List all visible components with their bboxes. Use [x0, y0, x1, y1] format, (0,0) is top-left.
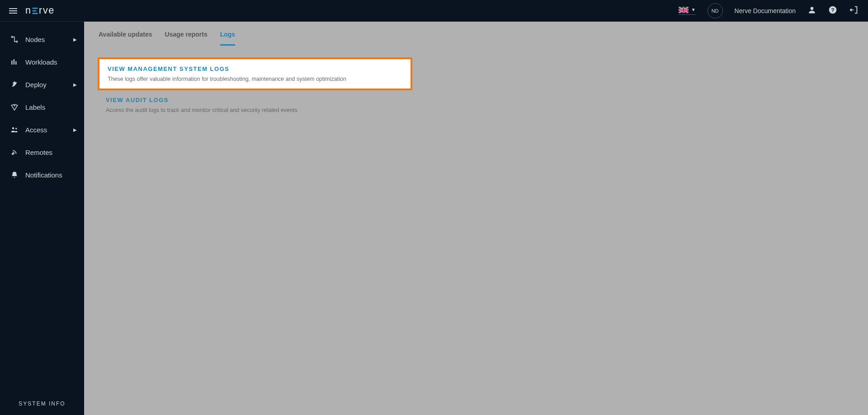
- tab-usage-reports[interactable]: Usage reports: [165, 31, 208, 46]
- access-icon: [10, 126, 19, 134]
- svg-point-17: [15, 128, 17, 129]
- log-card-description: Access the audit logs to track and monit…: [106, 107, 404, 113]
- chevron-down-icon: ▼: [691, 7, 696, 12]
- avatar[interactable]: ND: [708, 3, 723, 19]
- topbar: n rve ▼ ND Nerve Documentation: [0, 0, 868, 22]
- language-selector[interactable]: ▼: [679, 7, 696, 15]
- shell: Nodes ▶ Workloads Deploy: [0, 22, 868, 415]
- flag-uk-icon: [679, 7, 689, 13]
- sidebar-item-labels[interactable]: Labels: [0, 96, 84, 118]
- svg-rect-14: [15, 61, 16, 65]
- chevron-right-icon: ▶: [73, 82, 77, 87]
- svg-point-16: [12, 127, 14, 130]
- sidebar-item-label: Nodes: [25, 36, 45, 43]
- sidebar-item-deploy[interactable]: Deploy ▶: [0, 73, 84, 96]
- user-icon[interactable]: [807, 5, 816, 16]
- log-card-management-system[interactable]: VIEW MANAGEMENT SYSTEM LOGS These logs o…: [98, 57, 412, 90]
- brand-logo[interactable]: n rve: [25, 4, 71, 18]
- remotes-icon: [10, 148, 19, 156]
- chevron-right-icon: ▶: [73, 37, 77, 42]
- tab-bar: Available updates Usage reports Logs: [84, 22, 868, 46]
- svg-point-15: [14, 105, 15, 106]
- sidebar-item-access[interactable]: Access ▶: [0, 118, 84, 141]
- system-info-link[interactable]: SYSTEM INFO: [0, 392, 84, 415]
- labels-icon: [10, 103, 19, 111]
- deploy-icon: [10, 80, 19, 89]
- log-card-title: VIEW MANAGEMENT SYSTEM LOGS: [108, 65, 402, 72]
- svg-text:n: n: [25, 4, 32, 15]
- sidebar-item-label: Notifications: [25, 171, 62, 179]
- avatar-initials: ND: [712, 8, 719, 14]
- tab-available-updates[interactable]: Available updates: [99, 31, 152, 46]
- sidebar-item-notifications[interactable]: Notifications: [0, 163, 84, 186]
- bell-icon: [10, 171, 19, 179]
- main-content: Available updates Usage reports Logs VIE…: [84, 22, 868, 415]
- help-icon[interactable]: ?: [828, 5, 837, 16]
- logout-icon[interactable]: [849, 5, 859, 17]
- sidebar-item-label: Access: [25, 126, 47, 134]
- sidebar: Nodes ▶ Workloads Deploy: [0, 22, 84, 415]
- chevron-right-icon: ▶: [73, 127, 77, 132]
- sidebar-item-nodes[interactable]: Nodes ▶: [0, 28, 84, 51]
- sidebar-item-remotes[interactable]: Remotes: [0, 141, 84, 163]
- svg-rect-12: [11, 61, 12, 65]
- svg-text:rve: rve: [39, 4, 55, 15]
- workloads-icon: [10, 58, 19, 66]
- svg-point-11: [16, 41, 18, 42]
- log-card-audit[interactable]: VIEW AUDIT LOGS Access the audit logs to…: [98, 90, 412, 120]
- nodes-icon: [10, 35, 19, 43]
- svg-point-18: [12, 153, 14, 154]
- sidebar-item-label: Deploy: [25, 81, 47, 89]
- sidebar-item-label: Labels: [25, 103, 45, 111]
- sidebar-item-label: Remotes: [25, 149, 52, 156]
- topbar-right: ▼ ND Nerve Documentation ?: [679, 3, 859, 19]
- svg-rect-6: [679, 9, 689, 10]
- log-card-title: VIEW AUDIT LOGS: [106, 97, 404, 103]
- sidebar-item-workloads[interactable]: Workloads: [0, 51, 84, 73]
- sidebar-item-label: Workloads: [25, 58, 57, 66]
- topbar-left: n rve: [9, 4, 71, 18]
- svg-text:?: ?: [831, 7, 834, 13]
- svg-point-10: [11, 36, 13, 37]
- svg-point-7: [811, 7, 814, 10]
- log-card-description: These logs offer valuable information fo…: [108, 76, 402, 82]
- logs-section: VIEW MANAGEMENT SYSTEM LOGS These logs o…: [98, 57, 854, 120]
- svg-rect-13: [14, 59, 14, 65]
- documentation-link[interactable]: Nerve Documentation: [735, 7, 796, 14]
- tab-logs[interactable]: Logs: [220, 31, 235, 46]
- sidebar-nav: Nodes ▶ Workloads Deploy: [0, 28, 84, 186]
- menu-toggle-icon[interactable]: [9, 8, 17, 14]
